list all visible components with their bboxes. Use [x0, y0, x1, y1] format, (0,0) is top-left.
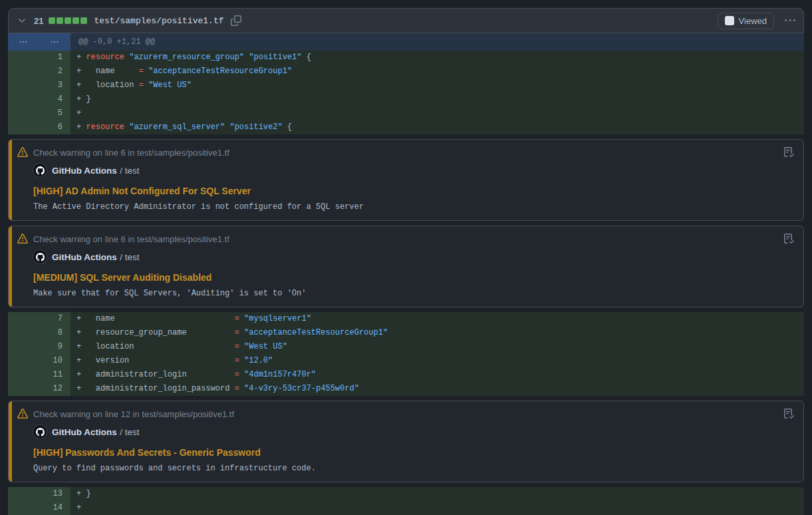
line-number[interactable]: 11	[8, 368, 70, 382]
diff-line: 2+ name = "acceptanceTestResourceGroup1"	[8, 65, 804, 79]
github-actions-avatar	[33, 425, 47, 438]
check-message: The Active Directory Administrator is no…	[33, 202, 794, 212]
github-mark-icon	[36, 166, 45, 175]
hunk-header-row: ⋯ ⋯ @@ -0,0 +1,21 @@	[8, 33, 804, 51]
file-options-button[interactable]	[785, 15, 795, 26]
code-text: + administrator_login_password = "4-v3ry…	[70, 382, 359, 396]
warning-stripe	[9, 140, 12, 220]
code-text: + resource_group_name = "acceptanceTestR…	[70, 326, 388, 340]
line-number[interactable]: 12	[8, 382, 70, 396]
collapse-file-button[interactable]	[17, 15, 27, 26]
check-message: Make sure that for SQL Servers, 'Auditin…	[33, 289, 794, 298]
code-text: + name = "acceptanceTestResourceGroup1"	[70, 65, 292, 79]
diff-line: 12+ administrator_login_password = "4-v3…	[8, 382, 804, 396]
line-number[interactable]: 14	[8, 501, 70, 515]
annotation-header-text: Check warning on line 12 in test/samples…	[33, 409, 234, 419]
line-number[interactable]: 7	[8, 312, 70, 326]
diffstat[interactable]	[49, 17, 87, 24]
check-annotation: Check warning on line 12 in test/samples…	[8, 401, 804, 482]
viewed-checkbox[interactable]	[725, 16, 734, 25]
code-text: + }	[70, 92, 91, 106]
resolve-check-button[interactable]	[783, 409, 794, 419]
warning-stripe	[9, 401, 12, 482]
checklist-icon	[783, 409, 794, 419]
diffstat-block	[65, 17, 71, 24]
check-title: [HIGH] Passwords And Secrets - Generic P…	[33, 447, 794, 458]
copy-icon	[231, 15, 241, 26]
github-mark-icon	[36, 428, 45, 436]
diff-line: 4+ }	[8, 92, 804, 106]
viewed-label: Viewed	[739, 16, 767, 26]
check-app-name[interactable]: GitHub Actions	[52, 252, 117, 262]
expand-hunk-down-button[interactable]: ⋯	[39, 33, 70, 51]
line-number[interactable]: 8	[8, 326, 70, 340]
check-annotation: Check warning on line 6 in test/samples/…	[8, 139, 804, 221]
diff-page: 21 test/samples/positive1.tf Viewed ⋯ ⋯ …	[0, 0, 812, 515]
resolve-check-button[interactable]	[783, 147, 794, 158]
code-text: +	[70, 501, 81, 515]
hunk-header-text: @@ -0,0 +1,21 @@	[70, 33, 155, 51]
check-app-name[interactable]: GitHub Actions	[52, 166, 117, 176]
diff-line: 13+ }	[8, 487, 804, 501]
check-title: [MEDIUM] SQL Server Auditing Disabled	[33, 272, 794, 283]
code-text: + location = "West US"	[70, 340, 287, 354]
check-context: / test	[120, 166, 139, 176]
github-mark-icon	[36, 253, 45, 261]
check-annotation: Check warning on line 6 in test/samples/…	[8, 226, 804, 307]
check-context: / test	[120, 427, 139, 437]
annotation-header-text: Check warning on line 6 in test/samples/…	[33, 234, 229, 244]
checklist-icon	[783, 234, 794, 244]
diff-line: 5+	[8, 106, 804, 120]
code-segment: 13+ }14+	[8, 487, 804, 515]
chevron-down-icon	[17, 15, 27, 26]
code-text: + }	[70, 487, 91, 501]
check-title: [HIGH] AD Admin Not Configured For SQL S…	[33, 186, 794, 196]
diff-line: 8+ resource_group_name = "acceptanceTest…	[8, 326, 804, 340]
line-number[interactable]: 1	[8, 51, 70, 65]
line-number[interactable]: 9	[8, 340, 70, 354]
code-text: + location = "West US"	[70, 79, 192, 92]
code-text: + name = "mysqlserver1"	[70, 312, 311, 326]
check-app-name[interactable]: GitHub Actions	[52, 427, 117, 437]
alert-icon	[17, 234, 28, 244]
diff-line: 9+ location = "West US"	[8, 340, 804, 354]
github-actions-avatar	[33, 164, 47, 177]
diffstat-block	[72, 17, 79, 24]
checklist-icon	[783, 147, 794, 158]
diff-line: 3+ location = "West US"	[8, 79, 804, 92]
diffstat-block	[49, 17, 55, 24]
kebab-horizontal-icon	[785, 15, 795, 26]
file-name-link[interactable]: test/samples/positive1.tf	[94, 16, 223, 26]
viewed-toggle[interactable]: Viewed	[718, 13, 774, 29]
alert-icon	[17, 147, 28, 158]
annotation-header-text: Check warning on line 6 in test/samples/…	[33, 148, 229, 158]
check-message: Query to find passwords and secrets in i…	[33, 464, 794, 473]
code-text: +	[70, 106, 81, 120]
diff-line: 14+	[8, 501, 804, 515]
diff-line: 1+ resource "azurerm_resource_group" "po…	[8, 51, 804, 65]
resolve-check-button[interactable]	[783, 234, 794, 244]
diff-line: 11+ administrator_login = "4dm1n157r470r…	[8, 368, 804, 382]
diff-line: 6+ resource "azurerm_sql_server" "positi…	[8, 120, 804, 134]
diffstat-block	[80, 17, 87, 24]
alert-icon	[17, 409, 28, 419]
expand-hunk-up-button[interactable]: ⋯	[8, 33, 39, 51]
code-text: + administrator_login = "4dm1n157r470r"	[70, 368, 316, 382]
line-number[interactable]: 13	[8, 487, 70, 501]
line-number[interactable]: 5	[8, 106, 70, 120]
file-header: 21 test/samples/positive1.tf Viewed	[8, 8, 804, 33]
code-text: + resource "azurerm_resource_group" "pos…	[70, 51, 311, 65]
line-number[interactable]: 10	[8, 354, 70, 368]
line-number[interactable]: 3	[8, 79, 70, 92]
code-segment: 7+ name = "mysqlserver1"8+ resource_grou…	[8, 312, 804, 396]
line-number[interactable]: 2	[8, 65, 70, 79]
line-number[interactable]: 4	[8, 92, 70, 106]
hunk-gutter: ⋯ ⋯	[8, 33, 70, 51]
changes-count: 21	[34, 16, 43, 26]
diffstat-block	[57, 17, 63, 24]
code-text: + version = "12.0"	[70, 354, 273, 368]
diff-line: 7+ name = "mysqlserver1"	[8, 312, 804, 326]
code-segment: 1+ resource "azurerm_resource_group" "po…	[8, 51, 804, 134]
copy-path-button[interactable]	[231, 15, 241, 26]
line-number[interactable]: 6	[8, 120, 70, 134]
